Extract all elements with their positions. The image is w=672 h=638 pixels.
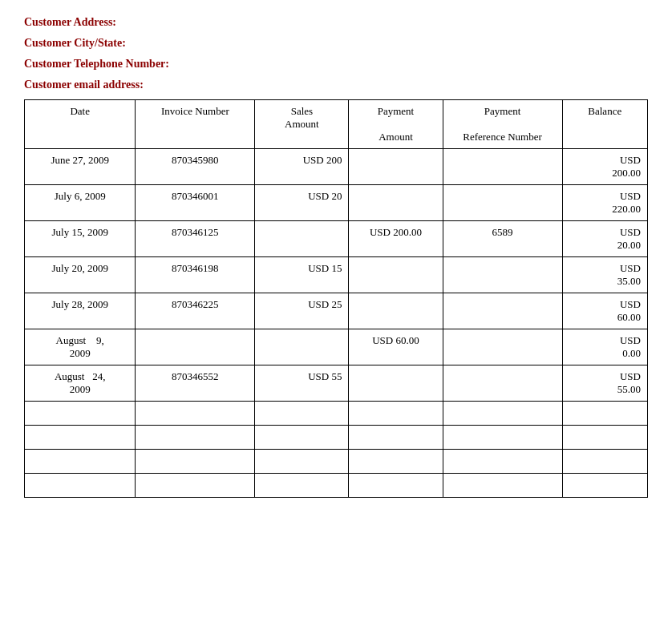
cell-payment-ref (443, 365, 562, 402)
cell-date: July 20, 2009 (25, 257, 136, 293)
cell-sales: USD 15 (255, 257, 349, 293)
cell-date: August 9,2009 (25, 329, 136, 365)
cell-invoice: 870346198 (136, 257, 255, 293)
cell-payment-amount (349, 185, 443, 221)
cell-balance: USD200.00 (562, 149, 647, 185)
cell-sales (255, 221, 349, 257)
table-row: August 24,2009 870346552 USD 55 USD55.00 (25, 365, 648, 402)
col-header-payment-ref: PaymentReference Number (443, 100, 562, 149)
cell-invoice: 870346125 (136, 221, 255, 257)
cell-invoice (136, 329, 255, 365)
cell-sales: USD 20 (255, 185, 349, 221)
col-header-date: Date (25, 100, 136, 149)
cell-invoice: 870345980 (136, 149, 255, 185)
cell-balance: USD55.00 (562, 365, 647, 402)
cell-balance: USD220.00 (562, 185, 647, 221)
customer-city-label: Customer City/State: (24, 37, 648, 50)
cell-balance: USD35.00 (562, 257, 647, 293)
cell-date: June 27, 2009 (25, 149, 136, 185)
table-row: July 6, 2009 870346001 USD 20 USD220.00 (25, 185, 648, 221)
table-row: July 20, 2009 870346198 USD 15 USD35.00 (25, 257, 648, 293)
cell-sales (255, 329, 349, 365)
cell-payment-ref (443, 185, 562, 221)
col-header-payment-amount: PaymentAmount (349, 100, 443, 149)
cell-sales: USD 25 (255, 293, 349, 329)
cell-payment-ref (443, 257, 562, 293)
cell-payment-ref (443, 149, 562, 185)
cell-payment-amount (349, 149, 443, 185)
cell-invoice: 870346552 (136, 365, 255, 402)
cell-payment-ref (443, 293, 562, 329)
cell-date: August 24,2009 (25, 365, 136, 402)
table-row-empty (25, 426, 648, 450)
cell-balance: USD20.00 (562, 221, 647, 257)
invoice-table: Date Invoice Number SalesAmount PaymentA… (24, 99, 648, 498)
cell-payment-amount (349, 293, 443, 329)
customer-address-label: Customer Address: (24, 16, 648, 29)
table-row: July 15, 2009 870346125 USD 200.00 6589 … (25, 221, 648, 257)
customer-email-label: Customer email address: (24, 79, 648, 91)
table-row: July 28, 2009 870346225 USD 25 USD60.00 (25, 293, 648, 329)
cell-payment-amount: USD 200.00 (349, 221, 443, 257)
col-header-invoice: Invoice Number (136, 100, 255, 149)
table-row: June 27, 2009 870345980 USD 200 USD200.0… (25, 149, 648, 185)
cell-payment-amount (349, 365, 443, 402)
cell-balance: USD0.00 (562, 329, 647, 365)
table-row: August 9,2009 USD 60.00 USD0.00 (25, 329, 648, 365)
col-header-balance: Balance (562, 100, 647, 149)
cell-date: July 6, 2009 (25, 185, 136, 221)
customer-phone-label: Customer Telephone Number: (24, 58, 648, 71)
cell-payment-amount: USD 60.00 (349, 329, 443, 365)
col-header-sales: SalesAmount (255, 100, 349, 149)
table-row-empty (25, 402, 648, 426)
cell-sales: USD 200 (255, 149, 349, 185)
cell-balance: USD60.00 (562, 293, 647, 329)
cell-payment-ref: 6589 (443, 221, 562, 257)
cell-payment-amount (349, 257, 443, 293)
cell-payment-ref (443, 329, 562, 365)
cell-invoice: 870346001 (136, 185, 255, 221)
cell-date: July 28, 2009 (25, 293, 136, 329)
table-row-empty (25, 474, 648, 498)
table-row-empty (25, 450, 648, 474)
cell-date: July 15, 2009 (25, 221, 136, 257)
cell-sales: USD 55 (255, 365, 349, 402)
cell-invoice: 870346225 (136, 293, 255, 329)
table-header-row: Date Invoice Number SalesAmount PaymentA… (25, 100, 648, 149)
